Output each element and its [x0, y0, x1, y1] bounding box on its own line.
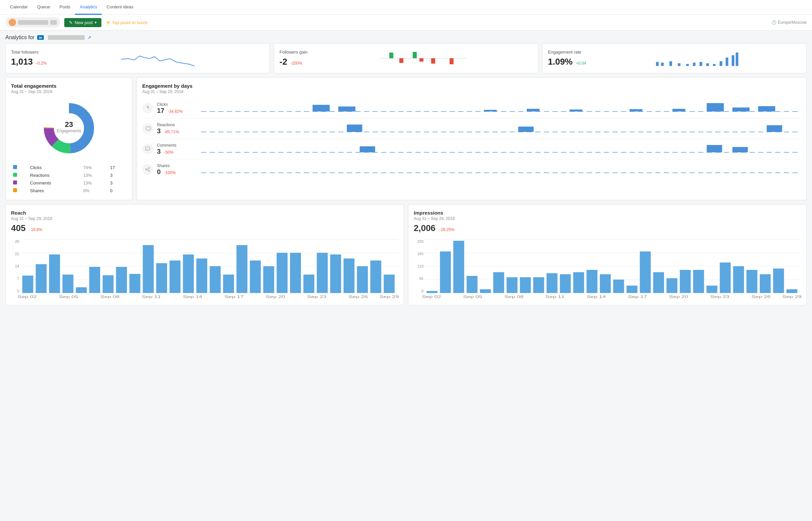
toolbar: ✎ New post ▾ ⚡ Top posts to boost 🕐 Euro…	[0, 15, 812, 30]
svg-rect-42	[360, 146, 375, 152]
profile-name-blurred	[48, 35, 85, 40]
tab-queue[interactable]: Queue	[32, 0, 55, 15]
account-extra	[50, 20, 57, 25]
engagement-rate-label: Engagement rate	[548, 49, 586, 54]
followers-gain-label: Followers gain	[279, 49, 308, 54]
svg-point-46	[146, 169, 147, 170]
svg-text:Sep 05: Sep 05	[463, 295, 482, 299]
svg-rect-66	[156, 263, 167, 293]
svg-text:Sep 02: Sep 02	[422, 295, 441, 299]
svg-text:Sep 08: Sep 08	[100, 295, 120, 299]
legend-shares-val: 0	[108, 187, 127, 195]
reach-chart: Sep 02 Sep 05 Sep 08 Sep 11 Sep 14 Sep 1…	[21, 240, 398, 300]
imp-y3: 165	[417, 252, 423, 256]
clock-icon: 🕐	[771, 20, 776, 25]
svg-text:Sep 26: Sep 26	[348, 295, 368, 299]
total-followers-card: Total followers 1,013 -0.2%	[5, 43, 270, 73]
svg-rect-67	[170, 260, 181, 293]
svg-rect-119	[693, 270, 704, 293]
svg-text:Sep 11: Sep 11	[546, 295, 565, 299]
svg-rect-7	[656, 62, 659, 66]
imp-y1: 55	[419, 277, 423, 280]
svg-rect-82	[370, 260, 381, 293]
svg-rect-110	[573, 272, 584, 293]
svg-rect-36	[672, 109, 685, 112]
svg-rect-28	[339, 107, 355, 112]
reactions-label: Reactions	[157, 122, 197, 127]
svg-rect-8	[661, 63, 664, 66]
engagement-rate-change: +0.04	[576, 61, 586, 66]
svg-rect-80	[343, 258, 354, 293]
svg-rect-107	[533, 277, 544, 293]
engagement-by-days-card: Engagement by days Aug 31 – Sep 29, 2019…	[137, 77, 807, 200]
reach-y4: 28	[15, 240, 19, 244]
donut-chart: 23 Engagements	[11, 98, 127, 158]
svg-rect-115	[640, 251, 651, 293]
svg-rect-59	[63, 275, 74, 293]
legend-clicks: Clicks 74% 17	[11, 164, 127, 172]
middle-section: Total engagements Aug 31 – Sep 29, 2019 …	[0, 77, 812, 204]
svg-rect-81	[357, 266, 368, 293]
tab-posts[interactable]: Posts	[55, 0, 75, 15]
svg-rect-64	[130, 274, 141, 293]
svg-rect-77	[303, 275, 314, 293]
svg-rect-99	[427, 291, 438, 293]
svg-point-45	[148, 167, 149, 169]
new-post-button[interactable]: ✎ New post ▾	[64, 18, 101, 27]
svg-rect-57	[36, 264, 47, 293]
reach-y1: 7	[17, 277, 19, 280]
engagement-rate-chart	[591, 49, 801, 68]
reach-y0: 0	[17, 289, 19, 293]
svg-rect-6	[449, 58, 454, 64]
external-link-icon[interactable]: ↗	[87, 35, 91, 40]
svg-rect-109	[560, 274, 571, 293]
shares-metric: Shares 0 -100%	[157, 163, 197, 176]
tab-content-ideas[interactable]: Content ideas	[102, 0, 138, 15]
top-navigation: Calendar Queue Posts Analytics Content i…	[0, 0, 812, 15]
svg-rect-121	[720, 263, 731, 293]
svg-rect-124	[760, 274, 771, 293]
svg-rect-120	[706, 286, 718, 293]
tab-calendar[interactable]: Calendar	[5, 0, 32, 15]
impressions-chart-container: 220 165 110 55 0	[414, 240, 801, 300]
svg-line-48	[147, 168, 148, 169]
legend-reactions-val: 3	[108, 172, 127, 179]
page-header: Analytics for in ↗	[0, 30, 812, 43]
svg-rect-3	[399, 58, 403, 63]
avatar	[9, 19, 16, 26]
svg-rect-13	[699, 62, 702, 66]
reactions-metric: Reactions 3 -85.71%	[157, 122, 197, 135]
legend-shares-label: Shares	[28, 187, 81, 195]
total-followers-info: Total followers 1,013 -0.2%	[11, 49, 47, 67]
tab-analytics[interactable]: Analytics	[75, 0, 102, 15]
legend-reactions: Reactions 13% 3	[11, 172, 127, 179]
top-posts-boost-button[interactable]: ⚡ Top posts to boost	[106, 20, 147, 25]
clicks-icon	[142, 103, 153, 114]
svg-text:Sep 14: Sep 14	[587, 295, 606, 299]
impressions-value: 2,006	[414, 223, 436, 233]
svg-rect-125	[773, 269, 784, 293]
svg-text:Sep 02: Sep 02	[17, 295, 37, 299]
eng-days-title: Engagement by days	[142, 83, 801, 89]
svg-rect-43	[706, 145, 722, 152]
reactions-value: 3	[157, 127, 161, 135]
clicks-metric: Clicks 17 -34.62%	[157, 102, 197, 114]
imp-y4: 220	[417, 240, 423, 244]
reach-y3: 21	[15, 252, 19, 256]
svg-rect-15	[713, 64, 716, 66]
followers-gain-value: -2	[279, 56, 287, 67]
imp-y0: 0	[421, 289, 423, 293]
impressions-chart: Sep 02 Sep 05 Sep 08 Sep 11 Sep 14 Sep 1…	[425, 240, 801, 300]
svg-rect-75	[276, 253, 287, 293]
platform-badge: in	[37, 35, 44, 40]
legend-comments-pct: 13%	[81, 179, 108, 187]
svg-rect-68	[183, 254, 194, 293]
legend-clicks-label: Clicks	[28, 164, 81, 172]
svg-rect-32	[484, 110, 497, 112]
legend-comments: Comments 13% 3	[11, 179, 127, 187]
svg-rect-56	[22, 276, 33, 293]
new-post-dropdown-icon: ▾	[95, 20, 97, 25]
svg-rect-18	[732, 55, 734, 66]
svg-rect-123	[746, 270, 758, 293]
reach-value: 405	[11, 223, 25, 233]
